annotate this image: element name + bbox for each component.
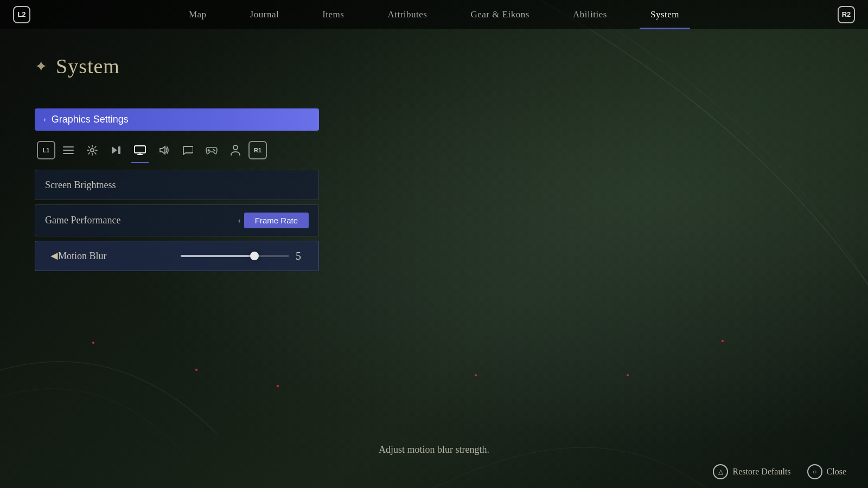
tab-items[interactable]: Items xyxy=(301,0,366,29)
tab-attributes[interactable]: Attributes xyxy=(366,0,449,29)
toggle-group: ‹ Frame Rate xyxy=(238,213,309,228)
screen-brightness-row[interactable]: Screen Brightness xyxy=(35,170,319,200)
motion-blur-label: Motion Blur xyxy=(58,251,107,262)
spark-particle xyxy=(195,369,197,371)
spark-particle xyxy=(475,374,477,376)
close-label: Close xyxy=(827,467,846,477)
svg-rect-0 xyxy=(63,146,74,147)
svg-rect-5 xyxy=(118,146,120,154)
tab-journal[interactable]: Journal xyxy=(228,0,301,29)
svg-point-14 xyxy=(233,145,238,150)
icon-tab-skip[interactable] xyxy=(105,139,127,161)
gear-icon xyxy=(87,145,98,156)
icon-tabs-row: L1 xyxy=(35,139,319,161)
tab-system[interactable]: System xyxy=(629,0,701,29)
svg-rect-6 xyxy=(135,146,145,153)
slider-fill xyxy=(181,255,254,257)
skip-icon xyxy=(111,145,122,155)
system-title-icon: ✦ xyxy=(35,57,47,75)
game-performance-control: ‹ Frame Rate xyxy=(238,213,309,228)
selection-cursor: ◄ xyxy=(48,249,60,263)
category-title: Graphics Settings xyxy=(52,114,129,125)
svg-point-3 xyxy=(91,149,94,152)
l2-button-area[interactable]: L2 xyxy=(0,0,43,29)
icon-tab-display[interactable] xyxy=(129,139,151,161)
toggle-left-arrow[interactable]: ‹ xyxy=(238,216,240,226)
display-icon xyxy=(134,145,146,155)
l2-badge: L2 xyxy=(13,6,30,23)
svg-marker-9 xyxy=(160,146,165,154)
r2-badge: R2 xyxy=(838,6,855,23)
tab-map[interactable]: Map xyxy=(167,0,228,29)
icon-tab-controller[interactable] xyxy=(201,139,222,161)
svg-rect-2 xyxy=(63,153,74,154)
spark-particle xyxy=(277,385,279,387)
icon-tab-person[interactable] xyxy=(225,139,246,161)
bottom-description: Adjust motion blur strength. xyxy=(0,444,868,455)
frame-rate-option[interactable]: Frame Rate xyxy=(244,213,309,228)
sound-icon xyxy=(158,145,169,155)
page-title-area: ✦ System xyxy=(35,54,120,78)
restore-defaults-icon: △ xyxy=(713,464,728,479)
r1-icon-button[interactable]: R1 xyxy=(248,141,267,159)
l1-icon-button[interactable]: L1 xyxy=(37,141,55,159)
close-button[interactable]: ○ Close xyxy=(807,464,846,479)
svg-point-13 xyxy=(214,150,215,151)
chevron-right-icon: › xyxy=(43,115,46,124)
slider-value: 5 xyxy=(296,250,309,262)
icon-tab-sound[interactable] xyxy=(153,139,175,161)
restore-defaults-label: Restore Defaults xyxy=(732,467,790,477)
spark-particle xyxy=(627,374,629,376)
slider-track[interactable] xyxy=(181,255,289,257)
bottom-actions: △ Restore Defaults ○ Close xyxy=(713,464,846,479)
slider-thumb[interactable] xyxy=(250,252,259,260)
list-icon xyxy=(63,145,74,155)
screen-brightness-label: Screen Brightness xyxy=(45,179,116,191)
restore-defaults-button[interactable]: △ Restore Defaults xyxy=(713,464,790,479)
slider-container: 5 xyxy=(181,250,309,262)
controller-icon xyxy=(206,146,218,155)
svg-marker-4 xyxy=(112,146,117,154)
icon-tab-gear[interactable] xyxy=(81,139,103,161)
tab-abilities[interactable]: Abilities xyxy=(551,0,629,29)
tab-gear-eikons[interactable]: Gear & Eikons xyxy=(449,0,551,29)
icon-tab-list[interactable] xyxy=(58,139,79,161)
spark-particle xyxy=(722,340,724,342)
close-icon: ○ xyxy=(807,464,822,479)
settings-panel: › Graphics Settings L1 xyxy=(35,108,319,275)
motion-blur-control: 5 xyxy=(181,250,309,262)
person-icon xyxy=(231,145,240,156)
motion-blur-row[interactable]: ◄ Motion Blur 5 xyxy=(35,241,319,271)
game-performance-row[interactable]: Game Performance ‹ Frame Rate xyxy=(35,204,319,236)
description-text: Adjust motion blur strength. xyxy=(379,444,489,455)
nav-tabs: Map Journal Items Attributes Gear & Eiko… xyxy=(43,0,825,29)
chat-icon xyxy=(182,145,193,155)
game-performance-label: Game Performance xyxy=(45,215,120,226)
category-header[interactable]: › Graphics Settings xyxy=(35,108,319,131)
svg-rect-1 xyxy=(63,150,74,151)
spark-particle xyxy=(92,342,94,344)
top-navigation: L2 Map Journal Items Attributes Gear & E… xyxy=(0,0,868,29)
r2-button-area[interactable]: R2 xyxy=(825,0,868,29)
icon-tab-chat[interactable] xyxy=(177,139,199,161)
page-title: System xyxy=(56,54,120,78)
